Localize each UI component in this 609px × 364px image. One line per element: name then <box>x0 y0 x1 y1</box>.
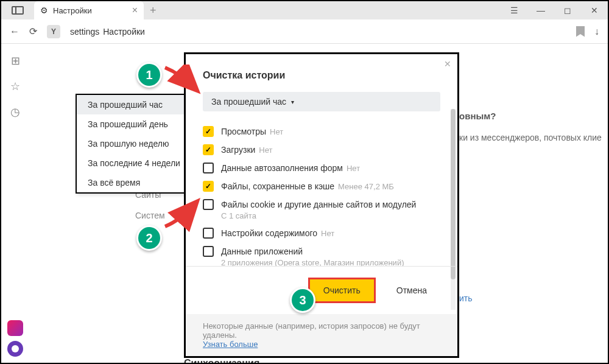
checklist: ✓ ПросмотрыНет ✓ ЗагрузкиНет Данные авто… <box>186 122 457 266</box>
annotation-1: 1 <box>136 62 162 88</box>
checkbox-downloads[interactable]: ✓ <box>203 144 214 155</box>
sidebar-toggle[interactable] <box>1 6 34 15</box>
dropdown-item-week[interactable]: За прошлую неделю <box>77 134 191 153</box>
url-prefix: settings <box>70 27 99 37</box>
reload-button[interactable]: ⟳ <box>29 26 37 37</box>
favorites-icon[interactable]: ☆ <box>9 80 21 93</box>
apps-icon[interactable]: ⊞ <box>9 55 21 67</box>
sidebar: ⊞ ☆ ◷ <box>1 45 29 363</box>
check-cookies[interactable]: Файлы cookie и другие данные сайтов и мо… <box>203 195 440 224</box>
window-controls: ☰ — ◻ ✕ <box>501 1 608 19</box>
dialog-note: Некоторые данные (например, история запр… <box>186 314 457 356</box>
bg-text: ки из мессенджеров, почтовых клие <box>459 133 602 142</box>
arrow-1 <box>162 65 205 95</box>
address-bar: ← ⟳ Y settings Настройки ↓ <box>1 19 608 44</box>
close-window-button[interactable]: ✕ <box>581 1 608 19</box>
dropdown-item-hour[interactable]: За прошедший час <box>77 95 191 114</box>
url-text[interactable]: Настройки <box>103 27 145 37</box>
bookmark-icon[interactable] <box>576 26 585 37</box>
titlebar: ⚙ Настройки × + ☰ — ◻ ✕ <box>1 1 608 19</box>
checkbox-views[interactable]: ✓ <box>203 126 214 137</box>
clear-history-dialog: ✕ Очистка истории За прошедший час ▾ ✓ П… <box>184 52 459 358</box>
check-app-data[interactable]: Данные приложений2 приложения (Opera sto… <box>203 242 440 266</box>
range-label: За прошедший час <box>211 97 286 107</box>
bg-sync: Синхоонизация <box>184 358 259 364</box>
checkbox-cache[interactable]: ✓ <box>203 181 214 192</box>
dialog-close-button[interactable]: ✕ <box>444 59 451 69</box>
checkbox-appdata[interactable] <box>203 246 214 257</box>
dialog-footer: Очистить Отмена <box>186 266 457 314</box>
arrow-2 <box>162 196 205 233</box>
dropdown-item-4weeks[interactable]: За последние 4 недели <box>77 153 191 173</box>
bg-heading: овным? <box>459 111 496 121</box>
app-shortcut-1[interactable] <box>7 320 23 336</box>
check-content-settings[interactable]: Настройки содержимогоНет <box>203 224 440 242</box>
menu-button[interactable]: ☰ <box>501 1 527 19</box>
gear-icon: ⚙ <box>40 5 48 15</box>
learn-more-link[interactable]: Узнать больше <box>203 340 258 349</box>
app-shortcut-2[interactable] <box>7 341 23 357</box>
check-autofill[interactable]: Данные автозаполнения формНет <box>203 159 440 177</box>
check-downloads[interactable]: ✓ ЗагрузкиНет <box>203 141 440 159</box>
panel-icon <box>12 6 24 15</box>
annotation-3: 3 <box>290 287 315 313</box>
tab-title: Настройки <box>53 6 127 15</box>
dropdown-item-all[interactable]: За всё время <box>77 173 191 192</box>
close-tab-icon[interactable]: × <box>132 5 138 16</box>
check-views[interactable]: ✓ ПросмотрыНет <box>203 122 440 141</box>
time-range-dropdown: За прошедший час За прошедший день За пр… <box>76 94 192 194</box>
yandex-icon: Y <box>47 25 60 38</box>
back-button[interactable]: ← <box>10 26 19 37</box>
download-button[interactable]: ↓ <box>594 26 599 37</box>
nav-system[interactable]: Систем <box>135 211 165 220</box>
minimize-button[interactable]: — <box>527 1 554 19</box>
annotation-2: 2 <box>136 225 162 251</box>
maximize-button[interactable]: ◻ <box>554 1 581 19</box>
bg-link[interactable]: ить <box>459 293 473 303</box>
browser-tab[interactable]: ⚙ Настройки × <box>34 1 144 19</box>
chevron-down-icon: ▾ <box>291 99 294 105</box>
checkbox-autofill[interactable] <box>203 163 214 173</box>
time-range-select[interactable]: За прошедший час ▾ <box>203 92 440 111</box>
new-tab-button[interactable]: + <box>144 4 163 17</box>
check-cache[interactable]: ✓ Файлы, сохраненные в кэшеМенее 47,2 МБ <box>203 177 440 195</box>
history-icon[interactable]: ◷ <box>9 106 21 118</box>
cancel-button[interactable]: Отмена <box>383 278 440 303</box>
clear-button[interactable]: Очистить <box>308 278 376 303</box>
dialog-title: Очистка истории <box>203 70 440 81</box>
scrollbar-thumb[interactable] <box>451 109 456 279</box>
dropdown-item-day[interactable]: За прошедший день <box>77 114 191 134</box>
settings-nav: Сайты Систем <box>135 190 165 220</box>
